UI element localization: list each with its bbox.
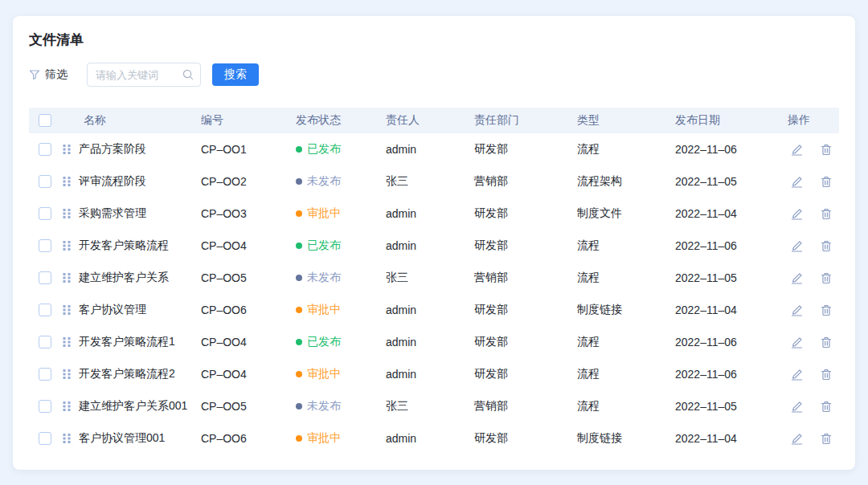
owner: admin	[383, 336, 471, 348]
status-label: 已发布	[307, 238, 341, 253]
file-code: CP–OO4	[198, 239, 293, 252]
file-name: 开发客户策略流程2	[79, 367, 175, 381]
file-name: 开发客户策略流程1	[79, 335, 175, 349]
department: 营销部	[471, 271, 574, 285]
edit-button[interactable]	[789, 206, 805, 222]
row-checkbox[interactable]	[39, 304, 51, 316]
status-label: 未发布	[307, 271, 341, 285]
file-name: 开发客户策略流程	[79, 238, 169, 253]
status-dot-icon	[296, 243, 302, 249]
drag-handle-icon[interactable]	[61, 303, 72, 317]
toolbar: 筛选 搜索	[29, 63, 839, 87]
owner: admin	[383, 207, 471, 220]
pencil-icon	[791, 304, 803, 316]
table-row: 建立维护客户关系 CP–OO5 未发布 张三 营销部 流程 2022–11–05	[29, 262, 839, 294]
drag-handle-icon[interactable]	[61, 142, 72, 157]
drag-handle-icon[interactable]	[61, 431, 72, 446]
delete-button[interactable]	[819, 271, 833, 286]
drag-handle-icon[interactable]	[61, 206, 72, 221]
drag-handle-icon[interactable]	[61, 174, 72, 189]
edit-button[interactable]	[789, 271, 805, 286]
owner: 张三	[383, 174, 471, 189]
pencil-icon	[791, 272, 803, 284]
publish-date: 2022–11–05	[672, 175, 784, 188]
search-input[interactable]	[87, 63, 201, 87]
drag-handle-icon[interactable]	[61, 367, 72, 381]
publish-date: 2022–11–04	[672, 304, 784, 316]
publish-date: 2022–11–05	[672, 271, 784, 284]
select-all-checkbox[interactable]	[39, 114, 51, 127]
edit-button[interactable]	[789, 174, 805, 190]
file-name: 客户协议管理	[79, 303, 146, 317]
trash-icon	[821, 401, 832, 413]
status-label: 未发布	[307, 399, 341, 414]
delete-button[interactable]	[819, 431, 833, 446]
edit-button[interactable]	[789, 399, 805, 414]
file-name: 客户协议管理001	[79, 431, 165, 446]
edit-button[interactable]	[789, 431, 805, 446]
delete-button[interactable]	[819, 303, 833, 318]
status-dot-icon	[296, 178, 302, 185]
edit-button[interactable]	[789, 142, 805, 157]
delete-button[interactable]	[819, 399, 833, 414]
drag-handle-icon[interactable]	[61, 271, 72, 285]
owner: 张三	[383, 399, 471, 414]
delete-button[interactable]	[819, 238, 833, 254]
delete-button[interactable]	[819, 206, 833, 222]
status-dot-icon	[296, 146, 302, 153]
row-checkbox[interactable]	[39, 271, 51, 284]
row-checkbox[interactable]	[39, 336, 51, 348]
status-badge: 审批中	[296, 431, 383, 446]
edit-button[interactable]	[789, 303, 805, 318]
owner: admin	[383, 143, 471, 156]
file-code: CP–OO2	[198, 175, 293, 188]
filter-button[interactable]: 筛选	[29, 67, 68, 82]
status-label: 审批中	[307, 367, 341, 381]
trash-icon	[821, 336, 832, 348]
row-checkbox[interactable]	[39, 207, 51, 220]
column-header-type: 类型	[574, 113, 672, 128]
status-label: 已发布	[307, 142, 341, 157]
file-type: 流程	[574, 399, 672, 414]
status-badge: 已发布	[296, 335, 383, 349]
delete-button[interactable]	[819, 335, 833, 350]
edit-button[interactable]	[789, 238, 805, 254]
file-table: 名称 编号 发布状态 责任人 责任部门 类型 发布日期 操作 产品方案阶段 CP…	[29, 108, 839, 454]
edit-button[interactable]	[789, 367, 805, 382]
row-checkbox[interactable]	[39, 239, 51, 252]
drag-handle-icon[interactable]	[61, 399, 72, 414]
delete-button[interactable]	[819, 174, 833, 190]
table-row: 客户协议管理001 CP–OO6 审批中 admin 研发部 制度链接 2022…	[29, 422, 839, 454]
pencil-icon	[791, 240, 803, 252]
drag-handle-icon[interactable]	[61, 238, 72, 253]
trash-icon	[821, 208, 832, 220]
row-checkbox[interactable]	[39, 143, 51, 156]
table-row: 开发客户策略流程1 CP–OO4 已发布 admin 研发部 流程 2022–1…	[29, 326, 839, 358]
department: 营销部	[471, 174, 574, 189]
row-checkbox[interactable]	[39, 400, 51, 413]
status-badge: 未发布	[296, 174, 383, 189]
filter-label: 筛选	[45, 67, 68, 82]
department: 研发部	[471, 303, 574, 317]
delete-button[interactable]	[819, 142, 833, 157]
publish-date: 2022–11–06	[672, 368, 784, 381]
row-checkbox[interactable]	[39, 175, 51, 188]
table-row: 客户协议管理 CP–OO6 审批中 admin 研发部 制度链接 2022–11…	[29, 294, 839, 326]
status-badge: 审批中	[296, 303, 383, 317]
file-type: 流程	[574, 142, 672, 157]
file-type: 制度文件	[574, 206, 672, 221]
row-checkbox[interactable]	[39, 432, 51, 445]
status-badge: 已发布	[296, 238, 383, 253]
row-checkbox[interactable]	[39, 368, 51, 381]
publish-date: 2022–11–06	[672, 336, 784, 348]
search-button[interactable]: 搜索	[212, 63, 259, 86]
delete-button[interactable]	[819, 367, 833, 382]
trash-icon	[821, 304, 832, 316]
status-label: 已发布	[307, 335, 341, 349]
table-row: 建立维护客户关系001 CP–OO5 未发布 张三 营销部 流程 2022–11…	[29, 390, 839, 422]
search-box	[87, 63, 201, 87]
drag-handle-icon[interactable]	[61, 335, 72, 349]
file-code: CP–OO6	[198, 304, 293, 316]
department: 研发部	[471, 142, 574, 157]
edit-button[interactable]	[789, 335, 805, 350]
